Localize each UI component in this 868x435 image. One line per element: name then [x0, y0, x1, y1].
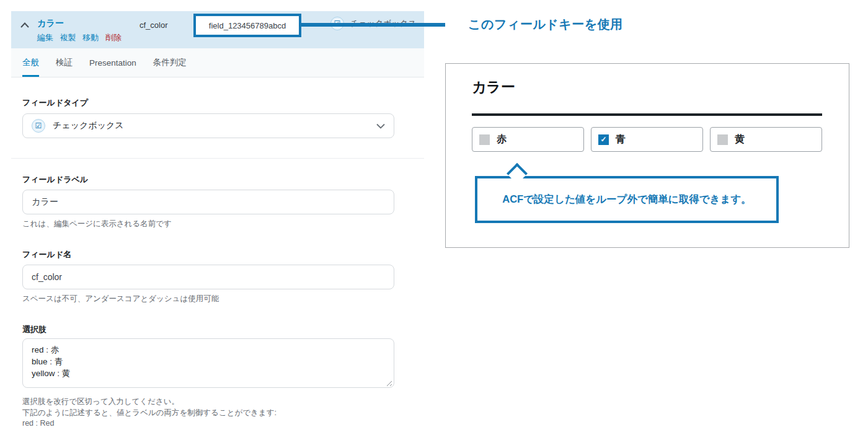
- choices-help-line3: red : Red: [22, 419, 54, 428]
- preview-title-rule: [472, 113, 822, 116]
- field-name-help-text: スペースは不可、アンダースコアとダッシュは使用可能: [22, 294, 219, 304]
- option-label: 青: [616, 133, 626, 146]
- field-title-link[interactable]: カラー: [37, 18, 64, 29]
- field-type-select[interactable]: ☑ チェックボックス: [22, 113, 394, 138]
- duplicate-link[interactable]: 複製: [60, 33, 76, 42]
- option-label: 黄: [735, 133, 745, 146]
- checkbox-unchecked-icon[interactable]: [479, 134, 490, 145]
- tab-general[interactable]: 全般: [22, 48, 39, 77]
- field-label-setting-label: フィールドラベル: [22, 174, 88, 185]
- chevron-down-icon: [376, 120, 385, 131]
- tab-validation[interactable]: 検証: [56, 48, 73, 77]
- acf-field-settings-screen: カラー 編集 複製 移動 削除 cf_color ☑ チェックボックス fiel…: [0, 0, 868, 435]
- field-row-header: カラー 編集 複製 移動 削除 cf_color ☑ チェックボックス fiel…: [11, 11, 424, 48]
- checkbox-options-row: 赤 ✓ 青 黄: [472, 127, 822, 152]
- delete-link[interactable]: 削除: [105, 33, 122, 42]
- preview-field-title: カラー: [472, 77, 515, 97]
- field-label-input[interactable]: [22, 190, 394, 214]
- option-label: 赤: [497, 133, 507, 146]
- checkbox-option-yellow[interactable]: 黄: [710, 127, 822, 152]
- chevron-up-icon[interactable]: [20, 20, 31, 29]
- callout-bubble: ACFで設定した値をループ外で簡単に取得できます。: [475, 176, 779, 223]
- annotation-connector-line: [299, 23, 445, 27]
- field-type-selected-value: チェックボックス: [53, 120, 369, 131]
- field-name-text: cf_color: [140, 20, 168, 30]
- checkbox-icon: ☑: [32, 119, 45, 133]
- checkbox-option-red[interactable]: 赤: [472, 127, 584, 152]
- annotation-label: このフィールドキーを使用: [468, 16, 623, 33]
- choices-setting-label: 選択肢: [22, 324, 46, 335]
- tab-presentation[interactable]: Presentation: [89, 48, 136, 77]
- choices-textarea[interactable]: red : 赤 blue : 青 yellow : 黄: [22, 338, 394, 388]
- checkbox-checked-icon[interactable]: ✓: [598, 134, 609, 145]
- settings-tabbar: 全般 検証 Presentation 条件判定: [11, 48, 424, 77]
- frontend-preview-panel: カラー 赤 ✓ 青 黄 ACFで設定した値をループ外で簡単に取得できます。: [445, 63, 849, 248]
- field-label-help-text: これは、編集ページに表示される名前です: [22, 219, 172, 229]
- field-type-setting-label: フィールドタイプ: [22, 97, 88, 108]
- choices-help-line1: 選択肢を改行で区切って入力してください。: [22, 397, 179, 407]
- edit-link[interactable]: 編集: [37, 33, 53, 42]
- field-name-input[interactable]: [22, 265, 394, 289]
- callout-text: ACFで設定した値をループ外で簡単に取得できます。: [502, 193, 751, 206]
- tab-conditional-logic[interactable]: 条件判定: [153, 48, 187, 77]
- checkbox-unchecked-icon[interactable]: [717, 134, 728, 145]
- checkbox-option-blue[interactable]: ✓ 青: [591, 127, 703, 152]
- choices-help-line2: 下記のように記述すると、値とラベルの両方を制御することができます:: [22, 408, 277, 418]
- field-key-highlight-box: field_123456789abcd: [193, 14, 301, 37]
- resize-handle-icon[interactable]: [385, 379, 393, 387]
- section-divider: [11, 158, 424, 159]
- field-row-actions: 編集 複製 移動 削除: [37, 32, 126, 43]
- field-name-setting-label: フィールド名: [22, 249, 71, 260]
- move-link[interactable]: 移動: [82, 33, 99, 42]
